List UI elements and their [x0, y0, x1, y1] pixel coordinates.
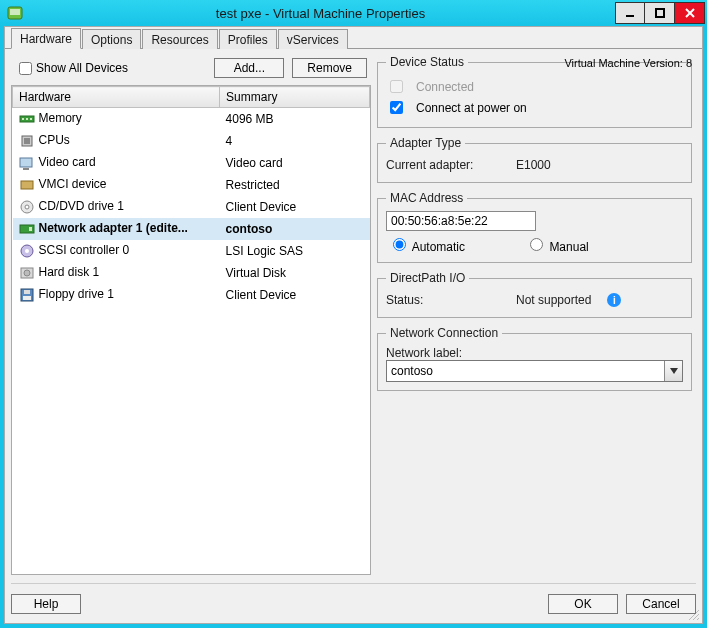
hw-name: Network adapter 1 (edite... — [39, 221, 188, 235]
hw-name: CPUs — [39, 133, 70, 147]
hw-summary: Client Device — [220, 196, 370, 218]
table-row[interactable]: Floppy drive 1Client Device — [13, 284, 370, 306]
table-row[interactable]: Memory4096 MB — [13, 108, 370, 131]
col-summary[interactable]: Summary — [220, 87, 370, 108]
svg-rect-24 — [24, 290, 30, 294]
adapter-type-group: Adapter Type Current adapter: E1000 — [377, 136, 692, 183]
col-hardware[interactable]: Hardware — [13, 87, 220, 108]
hw-summary: Video card — [220, 152, 370, 174]
hw-name: SCSI controller 0 — [39, 243, 130, 257]
table-row[interactable]: Hard disk 1Virtual Disk — [13, 262, 370, 284]
directpath-status-label: Status: — [386, 293, 506, 307]
table-row[interactable]: CPUs4 — [13, 130, 370, 152]
info-icon[interactable]: i — [607, 293, 621, 307]
chevron-down-icon[interactable] — [664, 361, 682, 381]
table-row[interactable]: CD/DVD drive 1Client Device — [13, 196, 370, 218]
hw-summary: Client Device — [220, 284, 370, 306]
tab-options[interactable]: Options — [82, 29, 141, 49]
network-label-value: contoso — [387, 364, 664, 378]
network-label-dropdown[interactable]: contoso — [386, 360, 683, 382]
hardware-list[interactable]: Hardware Summary Memory4096 MBCPUs4Video… — [11, 85, 371, 575]
mac-address-legend: MAC Address — [386, 191, 467, 205]
svg-rect-7 — [22, 118, 24, 120]
hw-summary: contoso — [220, 218, 370, 240]
mac-address-input[interactable] — [386, 211, 536, 231]
svg-point-22 — [24, 270, 30, 276]
table-row[interactable]: Network adapter 1 (edite...contoso — [13, 218, 370, 240]
hw-summary: Virtual Disk — [220, 262, 370, 284]
svg-rect-13 — [23, 168, 29, 170]
add-button[interactable]: Add... — [214, 58, 284, 78]
table-row[interactable]: Video cardVideo card — [13, 152, 370, 174]
svg-rect-8 — [26, 118, 28, 120]
svg-rect-9 — [30, 118, 32, 120]
connect-at-power-on-label: Connect at power on — [416, 101, 527, 115]
svg-point-16 — [25, 205, 29, 209]
hw-name: Hard disk 1 — [39, 265, 100, 279]
svg-rect-12 — [20, 158, 32, 167]
svg-rect-18 — [29, 227, 32, 231]
mac-address-group: MAC Address Automatic Manual — [377, 191, 692, 263]
tab-profiles[interactable]: Profiles — [219, 29, 277, 49]
tab-hardware[interactable]: Hardware — [11, 28, 81, 49]
mac-automatic-radio[interactable]: Automatic — [388, 235, 465, 254]
vmci-icon — [19, 177, 35, 193]
remove-button[interactable]: Remove — [292, 58, 367, 78]
svg-rect-14 — [21, 181, 33, 189]
current-adapter-label: Current adapter: — [386, 158, 506, 172]
hw-name: Video card — [39, 155, 96, 169]
hw-summary: 4 — [220, 130, 370, 152]
hw-summary: 4096 MB — [220, 108, 370, 131]
directpath-group: DirectPath I/O Status: Not supported i — [377, 271, 692, 318]
svg-rect-25 — [23, 296, 31, 300]
network-label-label: Network label: — [386, 346, 683, 360]
help-button[interactable]: Help — [11, 594, 81, 614]
connected-checkbox — [390, 80, 403, 93]
svg-rect-1 — [10, 9, 20, 15]
mac-manual-radio[interactable]: Manual — [525, 235, 589, 254]
current-adapter-value: E1000 — [516, 158, 551, 172]
close-button[interactable] — [675, 2, 705, 24]
device-status-legend: Device Status — [386, 55, 468, 69]
video-icon — [19, 155, 35, 171]
connected-label: Connected — [416, 80, 474, 94]
show-all-devices-label: Show All Devices — [36, 61, 128, 75]
nic-icon — [19, 221, 35, 237]
network-connection-legend: Network Connection — [386, 326, 502, 340]
disk-icon — [19, 265, 35, 281]
show-all-devices-checkbox[interactable]: Show All Devices — [15, 59, 206, 78]
maximize-button[interactable] — [645, 2, 675, 24]
cd-icon — [19, 199, 35, 215]
minimize-button[interactable] — [615, 2, 645, 24]
cpu-icon — [19, 133, 35, 149]
hw-name: Floppy drive 1 — [39, 287, 114, 301]
memory-icon — [19, 111, 35, 127]
directpath-status-value: Not supported — [516, 293, 591, 307]
hw-name: CD/DVD drive 1 — [39, 199, 124, 213]
resize-grip-icon[interactable] — [686, 607, 700, 621]
svg-rect-11 — [24, 138, 30, 144]
hw-summary: Restricted — [220, 174, 370, 196]
svg-point-20 — [25, 249, 29, 253]
svg-line-29 — [697, 618, 699, 620]
floppy-icon — [19, 287, 35, 303]
show-all-devices-input[interactable] — [19, 62, 32, 75]
svg-rect-3 — [656, 9, 664, 17]
svg-marker-26 — [670, 368, 678, 374]
hw-name: Memory — [39, 111, 82, 125]
tab-vservices[interactable]: vServices — [278, 29, 348, 49]
network-connection-group: Network Connection Network label: contos… — [377, 326, 692, 391]
app-icon — [4, 2, 26, 24]
hw-name: VMCI device — [39, 177, 107, 191]
adapter-type-legend: Adapter Type — [386, 136, 465, 150]
window-title: test pxe - Virtual Machine Properties — [26, 6, 615, 21]
table-row[interactable]: VMCI deviceRestricted — [13, 174, 370, 196]
hw-summary: LSI Logic SAS — [220, 240, 370, 262]
vm-version-label: Virtual Machine Version: 8 — [564, 57, 692, 69]
directpath-legend: DirectPath I/O — [386, 271, 469, 285]
ok-button[interactable]: OK — [548, 594, 618, 614]
tab-resources[interactable]: Resources — [142, 29, 217, 49]
connect-at-power-on-checkbox[interactable] — [390, 101, 403, 114]
table-row[interactable]: SCSI controller 0LSI Logic SAS — [13, 240, 370, 262]
scsi-icon — [19, 243, 35, 259]
